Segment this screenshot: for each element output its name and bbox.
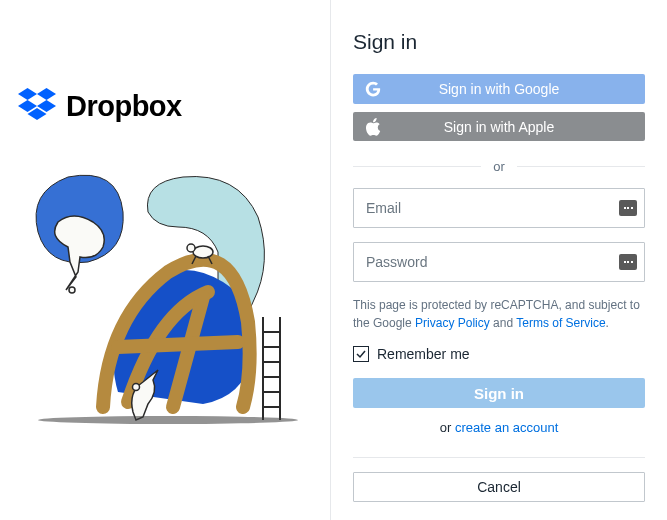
hero-illustration (8, 142, 308, 442)
apple-signin-label: Sign in with Apple (393, 119, 645, 135)
svg-point-19 (38, 416, 298, 424)
svg-point-10 (133, 384, 140, 391)
create-account-link[interactable]: create an account (455, 420, 558, 435)
google-icon (353, 80, 393, 98)
or-divider: or (353, 159, 645, 174)
cancel-button[interactable]: Cancel (353, 472, 645, 502)
google-signin-button[interactable]: Sign in with Google (353, 74, 645, 104)
svg-marker-0 (18, 88, 37, 100)
remember-me-checkbox[interactable] (353, 346, 369, 362)
or-divider-text: or (481, 159, 517, 174)
divider-line (353, 457, 645, 458)
signin-title: Sign in (353, 30, 645, 54)
email-input-wrap (353, 188, 645, 228)
create-account-row: or create an account (353, 420, 645, 435)
email-field[interactable] (353, 188, 645, 228)
remember-me-row: Remember me (353, 346, 645, 362)
autofill-icon[interactable] (619, 200, 637, 216)
password-input-wrap (353, 242, 645, 282)
autofill-icon[interactable] (619, 254, 637, 270)
remember-me-label: Remember me (377, 346, 470, 362)
signin-button[interactable]: Sign in (353, 378, 645, 408)
svg-point-5 (69, 287, 75, 293)
left-panel: Dropbox (0, 0, 330, 520)
apple-signin-button[interactable]: Sign in with Apple (353, 112, 645, 142)
password-field[interactable] (353, 242, 645, 282)
brand-name: Dropbox (66, 90, 182, 123)
recaptcha-notice: This page is protected by reCAPTCHA, and… (353, 296, 645, 332)
svg-point-7 (187, 244, 195, 252)
terms-of-service-link[interactable]: Terms of Service (516, 316, 605, 330)
privacy-policy-link[interactable]: Privacy Policy (415, 316, 490, 330)
apple-icon (353, 118, 393, 136)
svg-marker-1 (37, 88, 56, 100)
signin-panel: Sign in Sign in with Google Sign in with… (330, 0, 667, 520)
google-signin-label: Sign in with Google (393, 81, 645, 97)
dropbox-icon (18, 88, 56, 124)
brand-logo: Dropbox (18, 88, 182, 124)
